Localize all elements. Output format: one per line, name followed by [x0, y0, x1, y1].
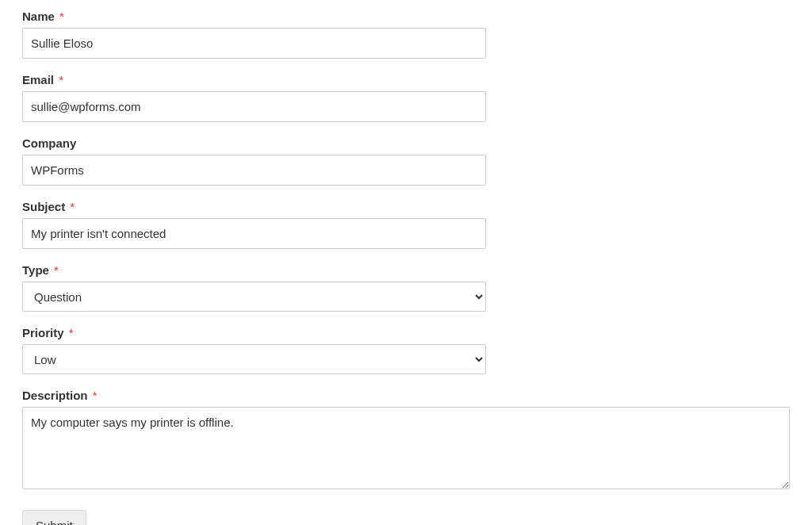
subject-label-text: Subject [22, 200, 65, 213]
required-asterisk: * [93, 389, 98, 402]
type-label-text: Type [22, 263, 49, 277]
company-label: Company [22, 136, 790, 150]
priority-label-text: Priority [22, 326, 64, 339]
priority-label: Priority * [22, 326, 790, 339]
required-asterisk: * [70, 200, 75, 213]
type-field-group: Type * Question [22, 263, 790, 312]
company-label-text: Company [22, 136, 76, 150]
name-input[interactable] [22, 28, 486, 59]
required-asterisk: * [59, 73, 63, 86]
subject-field-group: Subject * [22, 200, 790, 249]
priority-select[interactable]: Low [22, 344, 486, 374]
email-label: Email * [22, 73, 790, 86]
required-asterisk: * [59, 10, 64, 23]
submit-button[interactable]: Submit [22, 510, 86, 525]
email-label-text: Email [22, 73, 54, 86]
description-textarea[interactable] [22, 407, 790, 489]
priority-field-group: Priority * Low [22, 326, 790, 374]
subject-label: Subject * [22, 200, 790, 213]
required-asterisk: * [69, 326, 74, 339]
support-ticket-form: Name * Email * Company Subject * Type * … [22, 10, 790, 525]
type-label: Type * [22, 263, 790, 277]
name-field-group: Name * [22, 10, 790, 59]
subject-input[interactable] [22, 218, 486, 249]
description-label-text: Description [22, 389, 88, 402]
description-label: Description * [22, 389, 790, 402]
email-field-group: Email * [22, 73, 790, 122]
name-label-text: Name [22, 10, 55, 23]
company-input[interactable] [22, 155, 486, 186]
name-label: Name * [22, 10, 790, 23]
required-asterisk: * [54, 263, 59, 277]
description-field-group: Description * [22, 389, 790, 492]
type-select[interactable]: Question [22, 282, 486, 312]
company-field-group: Company [22, 136, 790, 186]
email-input[interactable] [22, 91, 486, 122]
